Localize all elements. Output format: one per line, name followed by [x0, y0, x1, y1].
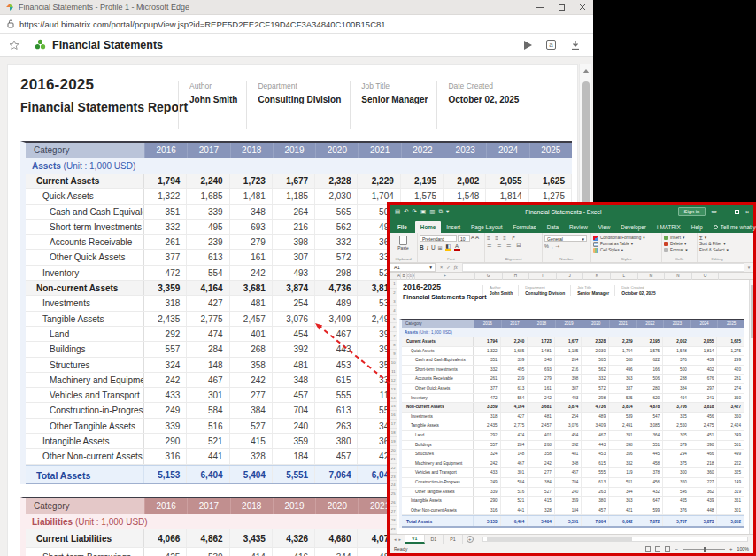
excel-sheet-area[interactable]: ABCDEFGHIJKLMNO 123456789101112131415161… [390, 273, 753, 534]
next-sheet-icon[interactable]: ▸ [399, 537, 402, 542]
column-header[interactable]: I [529, 273, 557, 280]
underline-button[interactable]: U [431, 244, 436, 251]
undo-icon[interactable]: ↶ [404, 209, 408, 215]
align-top-middle-bottom-icons[interactable]: ≡ ≡ ≡ ↱ [487, 235, 540, 242]
scroll-up-arrow-icon[interactable] [582, 69, 590, 73]
format-cells-button[interactable]: Format ▾ [664, 247, 695, 253]
zoom-slider[interactable] [683, 549, 725, 550]
maximize-button[interactable] [551, 0, 572, 14]
ribbon-tab[interactable]: File [390, 221, 415, 233]
ribbon-tab[interactable]: Formulas [507, 221, 541, 233]
sheet-tab[interactable]: D1 [425, 535, 444, 544]
normal-view-icon[interactable] [645, 546, 651, 552]
redo-icon[interactable]: ↷ [413, 209, 417, 215]
new-sheet-button[interactable]: + [467, 536, 474, 543]
select-all-corner[interactable] [390, 273, 397, 279]
percent-style-button[interactable]: % [544, 243, 552, 249]
name-box[interactable]: A1▾ [390, 263, 436, 272]
format-as-table-button[interactable]: Format as Table ▾ [593, 241, 660, 247]
sheet-tab[interactable]: P1 [444, 535, 462, 544]
excel-maximize-icon[interactable] [735, 210, 739, 214]
zoom-slider-knob[interactable] [704, 547, 706, 552]
ribbon-tab[interactable]: Home [415, 221, 442, 233]
duplicate-icon[interactable]: ⧉ [438, 209, 443, 215]
row-header[interactable]: 1 [390, 280, 397, 289]
row-header[interactable]: 24 [390, 481, 397, 490]
formula-bar-expand-icon[interactable]: ▾ [744, 263, 753, 272]
zoom-in-icon[interactable]: + [729, 546, 733, 552]
sheet-canvas[interactable]: 2016-2025 Financial Statements Report Au… [397, 280, 753, 534]
row-header[interactable]: 20 [390, 446, 397, 455]
bold-button[interactable]: B [420, 244, 424, 251]
scrollbar-thumb[interactable] [751, 285, 753, 338]
number-format-select[interactable]: General▾ [544, 235, 587, 242]
run-report-icon[interactable] [524, 41, 532, 50]
download-icon[interactable] [570, 40, 581, 50]
cell-styles-button[interactable]: Cell Styles ▾ [593, 247, 660, 253]
italic-button[interactable]: I [427, 244, 428, 251]
sign-in-button[interactable]: Sign in [678, 207, 706, 216]
page-break-view-icon[interactable] [665, 546, 670, 552]
address-bar[interactable]: https://aud.bimatrix.com/portal/popupVie… [0, 15, 593, 34]
borders-button[interactable]: ⊞ [438, 244, 443, 251]
paste-button[interactable]: Paste [397, 236, 411, 251]
row-header[interactable]: 2 [390, 289, 397, 297]
formula-bar-input[interactable] [463, 263, 744, 272]
sheet-vertical-scrollbar[interactable] [749, 280, 753, 534]
ribbon-tab[interactable]: Help [686, 221, 708, 233]
minimize-button[interactable] [529, 0, 551, 14]
export-icon[interactable]: ▥ [429, 209, 435, 215]
column-header[interactable]: O [692, 273, 720, 280]
decimal-buttons[interactable]: ⇢ [555, 243, 562, 249]
quick-access-toolbar[interactable]: ▤ ↶ ↷ ▣ ▥ ⧉ ▾ [395, 209, 449, 215]
excel-close-icon[interactable]: × [745, 209, 749, 215]
column-header[interactable]: L [611, 273, 638, 280]
sort-filter-button[interactable]: Sort & Filter ▾ [699, 241, 735, 247]
ribbon-tab[interactable]: i-MATRIX [652, 221, 686, 233]
sheet-tab[interactable]: V1 [405, 535, 424, 544]
row-header[interactable]: 26 [390, 498, 397, 507]
ribbon-tab[interactable]: View [593, 221, 616, 233]
row-header[interactable]: 21 [390, 455, 397, 464]
column-header[interactable]: H [503, 273, 530, 280]
scrollbar-thumb[interactable] [487, 537, 632, 541]
column-header[interactable]: B [401, 273, 407, 280]
delete-cells-button[interactable]: Delete ▾ [664, 241, 695, 247]
camera-icon[interactable]: ▣ [420, 209, 426, 215]
column-header[interactable]: J [557, 273, 584, 280]
row-header[interactable]: 28 [390, 516, 397, 525]
column-header[interactable]: G [475, 273, 503, 280]
row-header[interactable]: 29 [390, 525, 397, 534]
row-header[interactable]: 15 [390, 402, 397, 411]
find-select-button[interactable]: Find & Select ▾ [699, 247, 735, 253]
excel-minimize-icon[interactable] [723, 212, 729, 212]
row-header[interactable]: 18 [390, 429, 397, 437]
prev-sheet-icon[interactable]: ◂ [394, 537, 397, 542]
insert-cells-button[interactable]: Insert ▾ [664, 235, 695, 241]
conditional-formatting-button[interactable]: Conditional Formatting ▾ [593, 235, 660, 241]
column-header[interactable]: N [665, 273, 692, 280]
row-header[interactable]: 3 [390, 297, 397, 306]
zoom-out-icon[interactable]: − [675, 546, 678, 552]
enter-icon[interactable]: ✓ [446, 265, 451, 270]
save-icon[interactable]: ▤ [395, 209, 400, 215]
ribbon-tab[interactable]: Data [542, 221, 564, 233]
column-headers[interactable]: ABCDEFGHIJKLMNO [390, 273, 753, 280]
row-header[interactable]: 23 [390, 473, 397, 482]
ribbon-tab[interactable]: Page Layout [466, 221, 507, 233]
grow-shrink-font-buttons[interactable]: A A [471, 235, 479, 242]
sheet-horizontal-scrollbar[interactable] [482, 537, 748, 542]
row-header[interactable]: 17 [390, 420, 397, 429]
font-name-select[interactable]: Pretendard [420, 235, 457, 242]
ribbon-tab[interactable]: Developer [615, 221, 652, 233]
close-button[interactable] [572, 0, 593, 14]
column-header[interactable]: F [415, 273, 475, 280]
row-header[interactable]: 19 [390, 437, 397, 446]
column-header[interactable]: M [638, 273, 666, 280]
page-layout-view-icon[interactable] [655, 546, 660, 552]
row-header[interactable]: 25 [390, 490, 397, 498]
read-aloud-icon[interactable]: a [546, 40, 556, 50]
font-size-select[interactable]: 10 [458, 235, 470, 242]
row-header[interactable]: 16 [390, 411, 397, 420]
tell-me-box[interactable]: Tell me what you want to do [714, 224, 756, 233]
